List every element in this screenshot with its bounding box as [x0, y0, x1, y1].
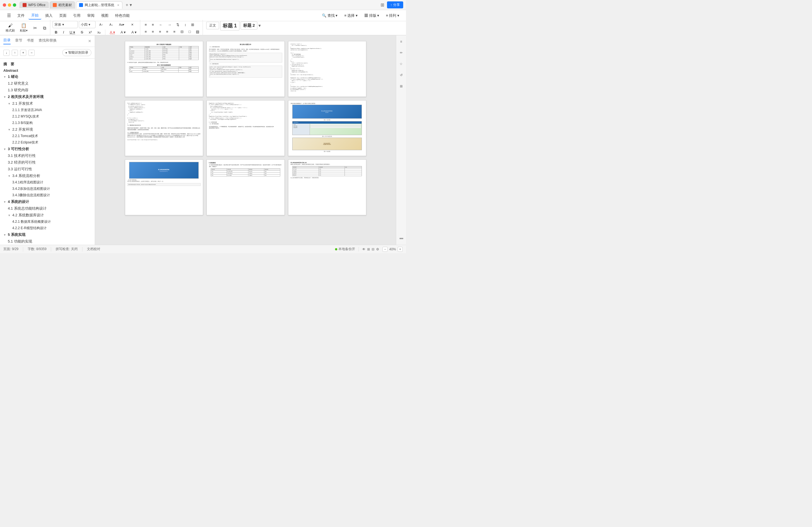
toc-item-ch2[interactable]: ▼2 相关技术及开发环境 [0, 93, 95, 100]
toc-item-ch4[interactable]: ▼4 系统的设计 [0, 198, 95, 205]
view-icon-1[interactable]: 👁 [362, 247, 365, 251]
page-thumb-3[interactable]: if(entity !=null) { lot = orderDao.findL… [288, 41, 366, 97]
menu-home[interactable]: 开始 [29, 12, 41, 19]
close-button[interactable] [3, 3, 6, 7]
menu-file[interactable]: 文件 [15, 12, 27, 19]
page-thumb-9[interactable]: 网上邮轮旅游管理系统 系统上线 根据上述开发过程中，系统的主要功能均已实现，下面… [288, 160, 366, 215]
toc-item-ch5[interactable]: ▼5 系统实现 [0, 231, 95, 238]
sort-button[interactable]: ⇅ [174, 22, 182, 28]
toc-up-button[interactable]: ↓ [3, 50, 10, 56]
select-button[interactable]: ≡ 选择 ▾ [342, 12, 360, 19]
paragraph-settings-button[interactable]: ⊞ [189, 22, 197, 28]
toc-add-button[interactable]: + [20, 50, 26, 56]
add-tab-button[interactable]: + ▾ [124, 1, 134, 9]
tab-daoke[interactable]: 稻壳素材 [50, 1, 75, 9]
toc-item-3-3[interactable]: 3.3 运行可行性 [0, 166, 95, 172]
shading2-button[interactable]: ▨ [194, 29, 201, 35]
menu-ref[interactable]: 引用 [70, 12, 83, 19]
style-h1-button[interactable]: 标题 1 [220, 21, 240, 30]
toc-item-2-2[interactable]: ▼2.2 开发环境 [0, 126, 95, 133]
menu-review[interactable]: 审阅 [84, 12, 97, 19]
style-h2-button[interactable]: 标题 2 [241, 21, 258, 30]
toc-item-2-2-2[interactable]: 2.2.2 Eclipse技术 [0, 139, 95, 146]
toc-item-4-2-2[interactable]: 4.2.2 E-R模型结构设计 [0, 225, 95, 231]
font-family-selector[interactable]: 宋体 ▾ [53, 21, 78, 28]
toc-item-3-4-2[interactable]: 3.4.2添加信息流程图设计 [0, 186, 95, 192]
view-icon-3[interactable]: ⊟ [372, 247, 374, 251]
border-button[interactable]: □ [186, 29, 193, 35]
bold-button[interactable]: B [53, 29, 59, 35]
toc-smart-button[interactable]: ● 智能识别目录 [62, 49, 91, 56]
page-thumb-8[interactable]: 6 系统测试 为了确保系统能够正确运行、验证系统主要产品是否满足需求，用户可以在… [206, 160, 285, 215]
hamburger-menu[interactable]: ☰ [4, 12, 13, 19]
underline-button[interactable]: U ▾ [67, 29, 77, 35]
toc-item-3-2[interactable]: 3.2 经济的可行性 [0, 159, 95, 166]
toc-item-1-3[interactable]: 1.3 研究内容 [0, 87, 95, 93]
toc-close-button[interactable]: ✕ [88, 39, 91, 43]
changecase-button[interactable]: Aa▾ [117, 21, 127, 28]
toc-item-2-1-1[interactable]: 2.1.1 开发语言JAVA [0, 107, 95, 113]
clearformat-button[interactable]: ✕ [128, 21, 136, 28]
backup-indicator[interactable]: 本地备份开 [335, 247, 355, 252]
page-thumb-7[interactable]: 网上邮轮旅游管理系统 欢迎来到旅游管理平台 （2) 用户管理页面 用户进入旅游管… [125, 160, 203, 215]
tab-wps-office[interactable]: WPS Office [19, 2, 49, 8]
page-thumb-2[interactable]: 第九部分 配置文件 （1）注册功能的实现 用户注册页面，实现一个用户的注册功能，… [206, 41, 285, 97]
align-justify-button[interactable]: ≡ [164, 29, 171, 35]
toc-item-abstract-en[interactable]: Abstract [0, 67, 95, 73]
rank-button[interactable]: ≡ 排列 ▾ [383, 12, 402, 19]
superscript-button[interactable]: x² [87, 29, 94, 35]
decrease-indent-button[interactable]: ← [157, 22, 165, 28]
toc-item-3-4-1[interactable]: 3.4.1程序流程图设计 [0, 179, 95, 186]
right-tool-5[interactable]: ⊞ [397, 82, 405, 90]
tab-bookmark[interactable]: 书签 [27, 38, 34, 44]
minimize-button[interactable] [8, 3, 11, 7]
page-thumb-5[interactable]: PageSetter.startPageCurrentPage.pageSett… [206, 100, 285, 156]
format-painter-button[interactable]: 🖌 格式刷 [3, 22, 17, 34]
cut-button[interactable]: ✂ [30, 25, 39, 32]
tab-chapter[interactable]: 章节 [15, 38, 23, 44]
right-tool-2[interactable]: ✏ [397, 49, 405, 57]
menu-insert[interactable]: 插入 [42, 12, 55, 19]
toc-item-4-2[interactable]: ▼4.2 系统数据库设计 [0, 212, 95, 219]
find-button[interactable]: 🔍 查找 ▾ [320, 12, 340, 19]
align-left-button[interactable]: ≡ [143, 29, 149, 35]
toc-item-4-2-1[interactable]: 4.2.1 数据库系统概要设计 [0, 219, 95, 225]
right-tool-4[interactable]: ↺ [397, 71, 405, 79]
copy-button[interactable]: ⧉ [40, 25, 49, 32]
style-expand-button[interactable]: ▾ [259, 23, 261, 28]
bullet-list-button[interactable]: ≡ [143, 22, 149, 28]
decrease-font-button[interactable]: A↓ [107, 21, 116, 28]
increase-indent-button[interactable]: → [165, 22, 174, 28]
toc-item-4-1[interactable]: 4.1 系统总功能结构设计 [0, 205, 95, 212]
zoom-in-button[interactable]: + [397, 247, 403, 252]
align-right-button[interactable]: ≡ [157, 29, 163, 35]
linespacing-button[interactable]: ↕ [182, 22, 189, 28]
right-tool-3[interactable]: ☆ [397, 60, 405, 68]
page-thumb-4[interactable]: Tools.andEmpty(query)) { mv.addObject("q… [125, 100, 203, 156]
toc-item-2-1[interactable]: ▼2.1 开发技术 [0, 100, 95, 107]
menu-special[interactable]: 特色功能 [112, 12, 132, 19]
page-thumb-1[interactable]: 表4.2 系统用户表数据表 字段名 数据类型 长度 约束 说明 idint (1… [125, 41, 203, 97]
toc-item-2-1-2[interactable]: 2.1.2 MYSQL技术 [0, 113, 95, 120]
toc-remove-button[interactable]: − [29, 50, 35, 56]
toc-down-button[interactable]: ↑ [12, 50, 18, 56]
toc-item-3-1[interactable]: 3.1 技术的可行性 [0, 152, 95, 159]
columns-button[interactable]: ⊟ [178, 29, 186, 35]
right-tool-1[interactable]: ≡ [397, 38, 405, 45]
subscript-button[interactable]: x₂ [95, 29, 103, 35]
strikethrough-button[interactable]: S [78, 29, 86, 35]
toc-item-5-1[interactable]: 5.1 功能的实现 [0, 238, 95, 245]
style-normal-button[interactable]: 正文 [206, 22, 219, 29]
share-button[interactable]: ↑ 分享 [387, 1, 403, 9]
shading-button[interactable]: A ▾ [129, 29, 139, 35]
monitor-icon[interactable]: ⊞ [380, 2, 384, 7]
menu-view[interactable]: 视图 [98, 12, 111, 19]
spell-check[interactable]: 拼写检查: 关闭 [56, 247, 78, 252]
toc-item-3-4[interactable]: ▼3.4 系统流程分析 [0, 172, 95, 179]
numbered-list-button[interactable]: ≡ [149, 22, 156, 28]
toc-item-ch1[interactable]: ▼1 绪论 [0, 73, 95, 80]
toc-item-abstract[interactable]: 摘 要 [0, 61, 95, 67]
toc-item-2-1-3[interactable]: 2.1.3 B/S架构 [0, 120, 95, 126]
view-icon-2[interactable]: ⊞ [367, 247, 370, 251]
page-thumb-6[interactable]: 系统功能实现截图如下，以下图示为系统主要界面： 网上邮轮旅游管理系统首页展示 图… [288, 100, 366, 156]
